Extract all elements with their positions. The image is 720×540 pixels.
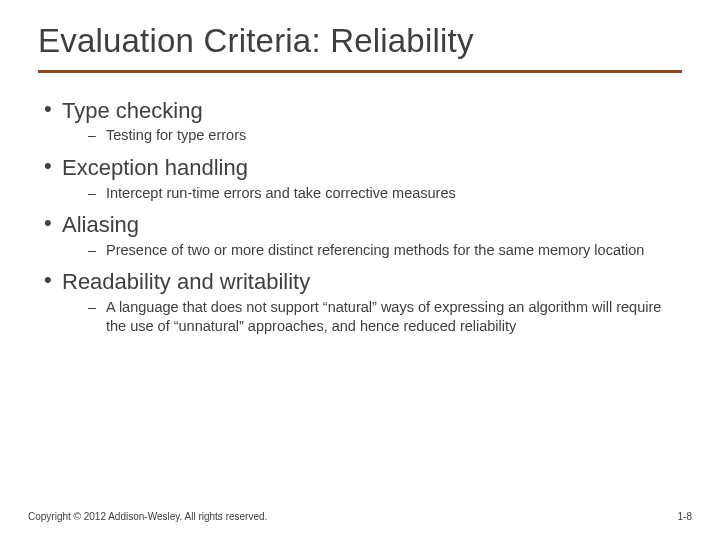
list-item: • Type checking – Testing for type error…: [44, 97, 682, 146]
title-underline: [38, 70, 682, 73]
page-number: 1-8: [678, 511, 692, 522]
bullet-text: Aliasing: [62, 211, 139, 239]
sub-text: Presence of two or more distinct referen…: [106, 241, 644, 261]
list-item: • Aliasing – Presence of two or more dis…: [44, 211, 682, 260]
sub-item: – Intercept run-time errors and take cor…: [88, 184, 682, 204]
slide-title: Evaluation Criteria: Reliability: [38, 22, 682, 60]
bullet-text: Readability and writability: [62, 268, 310, 296]
sub-list: – Testing for type errors: [44, 126, 682, 146]
sub-item: – A language that does not support “natu…: [88, 298, 682, 337]
dash-icon: –: [88, 185, 106, 201]
dash-icon: –: [88, 299, 106, 315]
bullet-text: Type checking: [62, 97, 203, 125]
sub-list: – Intercept run-time errors and take cor…: [44, 184, 682, 204]
dash-icon: –: [88, 242, 106, 258]
slide: Evaluation Criteria: Reliability • Type …: [0, 0, 720, 540]
sub-text: A language that does not support “natura…: [106, 298, 666, 337]
bullet-list: • Type checking – Testing for type error…: [38, 97, 682, 337]
bullet-icon: •: [44, 98, 62, 120]
bullet-text: Exception handling: [62, 154, 248, 182]
sub-item: – Testing for type errors: [88, 126, 682, 146]
sub-text: Intercept run-time errors and take corre…: [106, 184, 456, 204]
sub-list: – A language that does not support “natu…: [44, 298, 682, 337]
bullet-icon: •: [44, 269, 62, 291]
copyright-text: Copyright © 2012 Addison-Wesley. All rig…: [28, 511, 267, 522]
sub-text: Testing for type errors: [106, 126, 246, 146]
bullet-icon: •: [44, 212, 62, 234]
footer: Copyright © 2012 Addison-Wesley. All rig…: [28, 511, 692, 522]
list-item: • Readability and writability – A langua…: [44, 268, 682, 337]
bullet-icon: •: [44, 155, 62, 177]
list-item: • Exception handling – Intercept run-tim…: [44, 154, 682, 203]
dash-icon: –: [88, 127, 106, 143]
sub-list: – Presence of two or more distinct refer…: [44, 241, 682, 261]
sub-item: – Presence of two or more distinct refer…: [88, 241, 682, 261]
